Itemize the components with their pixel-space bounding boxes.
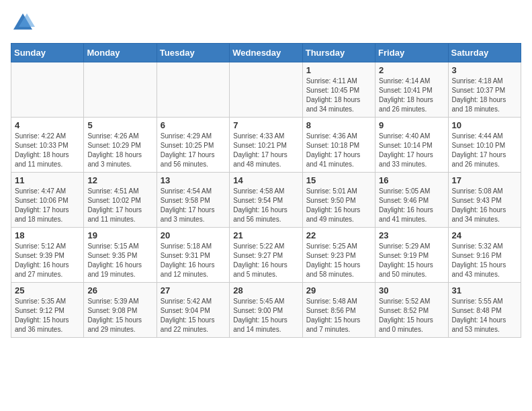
day-number: 3 [452, 65, 517, 75]
day-info: Sunrise: 5:15 AM Sunset: 9:35 PM Dayligh… [87, 242, 152, 279]
day-number: 29 [306, 285, 371, 295]
day-number: 5 [87, 120, 152, 130]
calendar-cell [11, 62, 84, 118]
calendar-cell: 11Sunrise: 4:47 AM Sunset: 10:06 PM Dayl… [11, 173, 84, 228]
week-row-3: 18Sunrise: 5:12 AM Sunset: 9:39 PM Dayli… [11, 228, 521, 283]
calendar-cell: 25Sunrise: 5:35 AM Sunset: 9:12 PM Dayli… [11, 283, 84, 338]
day-number: 25 [15, 285, 80, 295]
week-row-0: 1Sunrise: 4:11 AM Sunset: 10:45 PM Dayli… [11, 62, 521, 118]
calendar-cell: 19Sunrise: 5:15 AM Sunset: 9:35 PM Dayli… [84, 228, 157, 283]
week-row-4: 25Sunrise: 5:35 AM Sunset: 9:12 PM Dayli… [11, 283, 521, 338]
calendar-cell: 3Sunrise: 4:18 AM Sunset: 10:37 PM Dayli… [448, 62, 521, 118]
day-number: 17 [452, 175, 517, 185]
day-header-monday: Monday [84, 44, 157, 62]
day-number: 30 [379, 285, 444, 295]
day-header-thursday: Thursday [302, 44, 375, 62]
day-number: 23 [379, 230, 444, 240]
day-number: 27 [161, 285, 226, 295]
day-info: Sunrise: 4:14 AM Sunset: 10:41 PM Daylig… [379, 77, 444, 114]
day-info: Sunrise: 4:54 AM Sunset: 9:58 PM Dayligh… [161, 187, 226, 224]
days-of-week-row: SundayMondayTuesdayWednesdayThursdayFrid… [11, 44, 521, 62]
day-number: 1 [306, 65, 371, 75]
logo-icon [11, 11, 35, 35]
calendar-cell: 17Sunrise: 5:08 AM Sunset: 9:43 PM Dayli… [448, 173, 521, 228]
calendar-cell: 30Sunrise: 5:52 AM Sunset: 8:52 PM Dayli… [375, 283, 448, 338]
calendar-cell: 21Sunrise: 5:22 AM Sunset: 9:27 PM Dayli… [230, 228, 302, 283]
calendar-cell: 7Sunrise: 4:33 AM Sunset: 10:21 PM Dayli… [230, 118, 302, 173]
day-info: Sunrise: 4:51 AM Sunset: 10:02 PM Daylig… [87, 187, 152, 224]
day-number: 8 [306, 120, 371, 130]
day-info: Sunrise: 4:40 AM Sunset: 10:14 PM Daylig… [379, 132, 444, 169]
calendar-cell: 28Sunrise: 5:45 AM Sunset: 9:00 PM Dayli… [230, 283, 302, 338]
week-row-1: 4Sunrise: 4:22 AM Sunset: 10:33 PM Dayli… [11, 118, 521, 173]
day-number: 24 [452, 230, 517, 240]
day-number: 18 [15, 230, 80, 240]
day-number: 11 [15, 175, 80, 185]
day-number: 13 [161, 175, 226, 185]
day-info: Sunrise: 5:01 AM Sunset: 9:50 PM Dayligh… [306, 187, 371, 224]
day-info: Sunrise: 5:05 AM Sunset: 9:46 PM Dayligh… [379, 187, 444, 224]
calendar-cell: 16Sunrise: 5:05 AM Sunset: 9:46 PM Dayli… [375, 173, 448, 228]
day-header-saturday: Saturday [448, 44, 521, 62]
day-header-tuesday: Tuesday [157, 44, 229, 62]
calendar-cell: 14Sunrise: 4:58 AM Sunset: 9:54 PM Dayli… [230, 173, 302, 228]
day-info: Sunrise: 5:45 AM Sunset: 9:00 PM Dayligh… [233, 297, 298, 334]
day-number: 31 [452, 285, 517, 295]
day-info: Sunrise: 5:18 AM Sunset: 9:31 PM Dayligh… [161, 242, 226, 279]
day-number: 22 [306, 230, 371, 240]
calendar-body: 1Sunrise: 4:11 AM Sunset: 10:45 PM Dayli… [11, 62, 521, 338]
day-info: Sunrise: 5:29 AM Sunset: 9:19 PM Dayligh… [379, 242, 444, 279]
calendar-cell: 1Sunrise: 4:11 AM Sunset: 10:45 PM Dayli… [302, 62, 375, 118]
day-number: 21 [233, 230, 298, 240]
day-number: 2 [379, 65, 444, 75]
calendar-cell: 9Sunrise: 4:40 AM Sunset: 10:14 PM Dayli… [375, 118, 448, 173]
calendar-cell: 6Sunrise: 4:29 AM Sunset: 10:25 PM Dayli… [157, 118, 229, 173]
calendar-cell [84, 62, 157, 118]
calendar-cell: 2Sunrise: 4:14 AM Sunset: 10:41 PM Dayli… [375, 62, 448, 118]
logo [11, 11, 38, 35]
calendar-table: SundayMondayTuesdayWednesdayThursdayFrid… [11, 43, 521, 338]
day-info: Sunrise: 4:36 AM Sunset: 10:18 PM Daylig… [306, 132, 371, 169]
day-info: Sunrise: 4:44 AM Sunset: 10:10 PM Daylig… [452, 132, 517, 169]
calendar-cell: 8Sunrise: 4:36 AM Sunset: 10:18 PM Dayli… [302, 118, 375, 173]
calendar-cell: 31Sunrise: 5:55 AM Sunset: 8:48 PM Dayli… [448, 283, 521, 338]
day-number: 15 [306, 175, 371, 185]
day-number: 4 [15, 120, 80, 130]
calendar-cell: 23Sunrise: 5:29 AM Sunset: 9:19 PM Dayli… [375, 228, 448, 283]
calendar-cell: 18Sunrise: 5:12 AM Sunset: 9:39 PM Dayli… [11, 228, 84, 283]
calendar-cell: 24Sunrise: 5:32 AM Sunset: 9:16 PM Dayli… [448, 228, 521, 283]
calendar-cell: 29Sunrise: 5:48 AM Sunset: 8:56 PM Dayli… [302, 283, 375, 338]
day-number: 14 [233, 175, 298, 185]
day-info: Sunrise: 4:33 AM Sunset: 10:21 PM Daylig… [233, 132, 298, 169]
calendar-cell [157, 62, 229, 118]
day-info: Sunrise: 4:58 AM Sunset: 9:54 PM Dayligh… [233, 187, 298, 224]
calendar-header: SundayMondayTuesdayWednesdayThursdayFrid… [11, 44, 521, 62]
day-info: Sunrise: 4:11 AM Sunset: 10:45 PM Daylig… [306, 77, 371, 114]
day-info: Sunrise: 5:39 AM Sunset: 9:08 PM Dayligh… [87, 297, 152, 334]
week-row-2: 11Sunrise: 4:47 AM Sunset: 10:06 PM Dayl… [11, 173, 521, 228]
day-number: 10 [452, 120, 517, 130]
day-number: 7 [233, 120, 298, 130]
day-number: 9 [379, 120, 444, 130]
day-number: 6 [161, 120, 226, 130]
calendar-cell: 5Sunrise: 4:26 AM Sunset: 10:29 PM Dayli… [84, 118, 157, 173]
calendar-cell: 22Sunrise: 5:25 AM Sunset: 9:23 PM Dayli… [302, 228, 375, 283]
day-info: Sunrise: 5:48 AM Sunset: 8:56 PM Dayligh… [306, 297, 371, 334]
day-info: Sunrise: 4:26 AM Sunset: 10:29 PM Daylig… [87, 132, 152, 169]
day-header-friday: Friday [375, 44, 448, 62]
calendar-cell: 4Sunrise: 4:22 AM Sunset: 10:33 PM Dayli… [11, 118, 84, 173]
calendar-cell: 12Sunrise: 4:51 AM Sunset: 10:02 PM Dayl… [84, 173, 157, 228]
day-info: Sunrise: 5:42 AM Sunset: 9:04 PM Dayligh… [161, 297, 226, 334]
day-header-sunday: Sunday [11, 44, 84, 62]
day-info: Sunrise: 5:25 AM Sunset: 9:23 PM Dayligh… [306, 242, 371, 279]
day-number: 20 [161, 230, 226, 240]
day-info: Sunrise: 5:08 AM Sunset: 9:43 PM Dayligh… [452, 187, 517, 224]
day-info: Sunrise: 4:47 AM Sunset: 10:06 PM Daylig… [15, 187, 80, 224]
day-number: 26 [87, 285, 152, 295]
calendar-cell: 15Sunrise: 5:01 AM Sunset: 9:50 PM Dayli… [302, 173, 375, 228]
day-info: Sunrise: 4:18 AM Sunset: 10:37 PM Daylig… [452, 77, 517, 114]
calendar-cell [230, 62, 302, 118]
day-info: Sunrise: 4:29 AM Sunset: 10:25 PM Daylig… [161, 132, 226, 169]
day-number: 28 [233, 285, 298, 295]
day-number: 19 [87, 230, 152, 240]
